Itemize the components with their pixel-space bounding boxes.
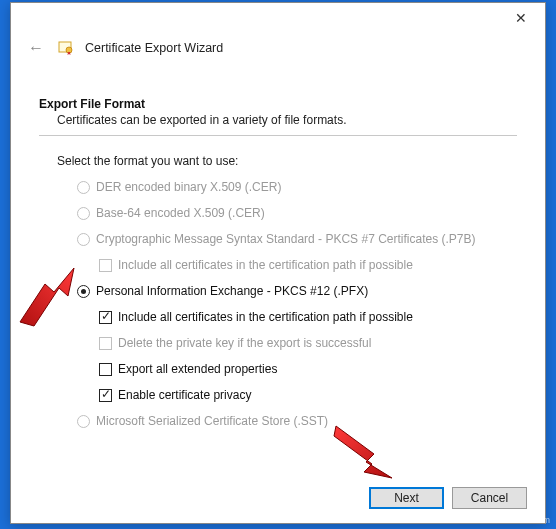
footer: Next Cancel <box>11 473 545 523</box>
radio-icon <box>77 285 90 298</box>
checkbox-pfx-delete: Delete the private key if the export is … <box>99 334 517 352</box>
next-button[interactable]: Next <box>369 487 444 509</box>
checkbox-pfx-include[interactable]: Include all certificates in the certific… <box>99 308 517 326</box>
checkbox-pkcs7-include: Include all certificates in the certific… <box>99 256 517 274</box>
radio-icon <box>77 415 90 428</box>
radio-label: Microsoft Serialized Certificate Store (… <box>96 414 328 428</box>
checkbox-icon <box>99 337 112 350</box>
header: ← Certificate Export Wizard <box>11 33 545 69</box>
close-button[interactable]: ✕ <box>501 4 541 32</box>
section-title: Export File Format <box>39 97 517 111</box>
radio-icon <box>77 181 90 194</box>
radio-label: Cryptographic Message Syntax Standard - … <box>96 232 476 246</box>
checkbox-icon <box>99 311 112 324</box>
radio-pfx[interactable]: Personal Information Exchange - PKCS #12… <box>77 282 517 300</box>
checkbox-label: Include all certificates in the certific… <box>118 258 413 272</box>
back-arrow-icon: ← <box>28 39 44 57</box>
radio-pkcs7: Cryptographic Message Syntax Standard - … <box>77 230 517 248</box>
wizard-window: ✕ ← Certificate Export Wizard Export Fil… <box>10 2 546 524</box>
cancel-button[interactable]: Cancel <box>452 487 527 509</box>
checkbox-label: Enable certificate privacy <box>118 388 251 402</box>
format-options: DER encoded binary X.509 (.CER) Base-64 … <box>77 178 517 430</box>
content-area: Export File Format Certificates can be e… <box>11 69 545 473</box>
radio-label: Base-64 encoded X.509 (.CER) <box>96 206 265 220</box>
radio-label: DER encoded binary X.509 (.CER) <box>96 180 281 194</box>
checkbox-label: Export all extended properties <box>118 362 277 376</box>
titlebar: ✕ <box>11 3 545 33</box>
checkbox-pfx-export-ext[interactable]: Export all extended properties <box>99 360 517 378</box>
checkbox-pfx-privacy[interactable]: Enable certificate privacy <box>99 386 517 404</box>
back-button[interactable]: ← <box>25 37 47 59</box>
wizard-title: Certificate Export Wizard <box>85 41 223 55</box>
checkbox-label: Delete the private key if the export is … <box>118 336 371 350</box>
checkbox-icon <box>99 259 112 272</box>
checkbox-icon <box>99 363 112 376</box>
watermark: wsxdn.com <box>505 515 550 525</box>
radio-label: Personal Information Exchange - PKCS #12… <box>96 284 368 298</box>
checkbox-label: Include all certificates in the certific… <box>118 310 413 324</box>
checkbox-icon <box>99 389 112 402</box>
radio-sst: Microsoft Serialized Certificate Store (… <box>77 412 517 430</box>
section-description: Certificates can be exported in a variet… <box>57 113 517 127</box>
divider <box>39 135 517 136</box>
close-icon: ✕ <box>515 10 527 26</box>
radio-der: DER encoded binary X.509 (.CER) <box>77 178 517 196</box>
radio-icon <box>77 207 90 220</box>
radio-base64: Base-64 encoded X.509 (.CER) <box>77 204 517 222</box>
format-prompt: Select the format you want to use: <box>57 154 517 168</box>
radio-icon <box>77 233 90 246</box>
certificate-icon <box>57 39 75 57</box>
